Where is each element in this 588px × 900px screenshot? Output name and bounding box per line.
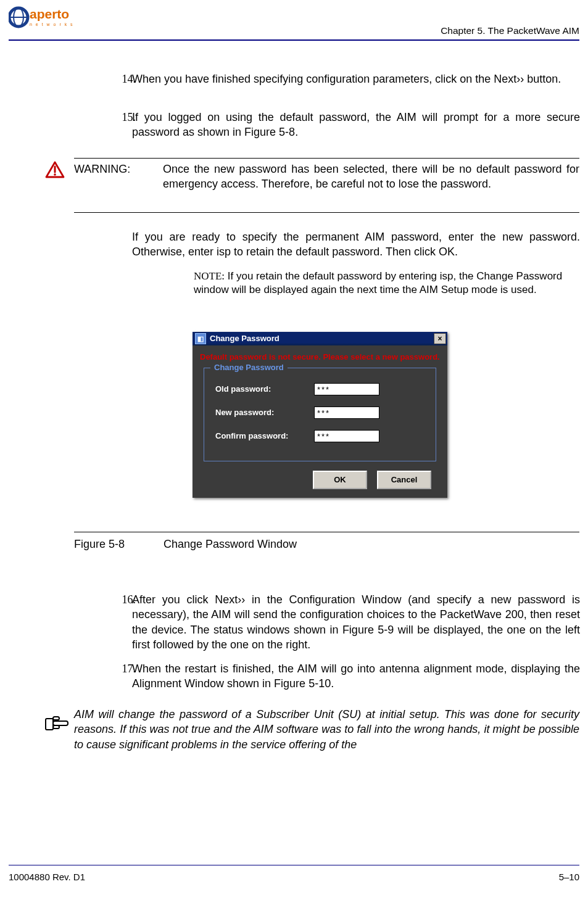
step-number-15: 15. — [99, 110, 136, 125]
logo-text-sub: n e t w o r k s — [30, 22, 74, 27]
old-password-input[interactable] — [314, 383, 379, 395]
dialog-title: Change Password — [210, 333, 280, 344]
step-number-14: 14. — [99, 72, 136, 86]
svg-rect-7 — [53, 725, 59, 729]
new-password-input[interactable] — [314, 407, 379, 419]
step-number-16: 16. — [99, 592, 136, 607]
warning-text: Once the new password has been selected,… — [163, 162, 579, 192]
chapter-title: Chapter 5. The PacketWave AIM — [441, 25, 579, 38]
figure-caption: Figure 5-8 Change Password Window — [74, 537, 297, 551]
dialog-window: ◧ Change Password × Default password is … — [193, 332, 447, 498]
confirm-password-row: Confirm password: — [215, 430, 411, 442]
confirm-password-input[interactable] — [314, 430, 379, 442]
new-password-row: New password: — [215, 407, 411, 419]
cancel-button[interactable]: Cancel — [377, 471, 431, 489]
page-header: aperto n e t w o r k s Chapter 5. The Pa… — [9, 6, 579, 38]
note-block: NOTE: If you retain the default password… — [194, 270, 579, 297]
figure-title: Change Password Window — [164, 538, 297, 550]
footer-doc-id: 10004880 Rev. D1 — [9, 871, 85, 883]
logo-text-top: aperto — [30, 7, 69, 21]
dialog-titlebar[interactable]: ◧ Change Password × — [193, 332, 447, 345]
figure-rule — [74, 532, 579, 532]
note-text: If you retain the default password by en… — [194, 270, 562, 295]
warning-bottom-rule — [74, 212, 579, 213]
svg-rect-5 — [46, 719, 53, 730]
old-password-row: Old password: — [215, 383, 411, 395]
warning-top-rule — [74, 158, 579, 159]
dialog-body: Default password is not secure. Please s… — [193, 345, 447, 498]
footer-rule — [9, 865, 579, 865]
figure-number: Figure 5-8 — [74, 537, 160, 551]
confirm-password-label: Confirm password: — [215, 431, 314, 442]
fieldset-legend: Change Password — [210, 362, 288, 373]
header-rule — [9, 39, 579, 41]
dialog-app-icon: ◧ — [195, 333, 206, 344]
old-password-label: Old password: — [215, 384, 314, 395]
svg-rect-6 — [53, 721, 68, 725]
dialog-button-row: OK Cancel — [313, 471, 431, 489]
change-password-dialog: ◧ Change Password × Default password is … — [193, 332, 447, 498]
hand-note-text: AIM will change the password of a Subscr… — [74, 707, 579, 752]
svg-rect-8 — [53, 717, 59, 720]
note-label: NOTE: — [194, 270, 225, 282]
new-password-label: New password: — [215, 407, 314, 418]
step-text-16: After you click Next›› in the Configurat… — [132, 592, 580, 652]
change-password-fieldset: Change Password Old password: New passwo… — [204, 368, 436, 461]
pointing-hand-icon — [45, 715, 71, 737]
warning-icon — [45, 161, 65, 182]
after-warning-text: If you are ready to specify the permanen… — [132, 229, 580, 260]
step-text-15: If you logged on using the default passw… — [132, 110, 580, 140]
close-icon[interactable]: × — [434, 333, 446, 344]
aperto-logo: aperto n e t w o r k s — [9, 4, 77, 33]
step-text-14: When you have finished specifying config… — [132, 72, 580, 86]
footer-page-num: 5–10 — [559, 871, 579, 883]
ok-button[interactable]: OK — [313, 471, 367, 489]
step-number-17: 17. — [99, 661, 136, 676]
svg-point-4 — [54, 173, 56, 176]
step-text-17: When the restart is finished, the AIM wi… — [132, 661, 580, 692]
warning-label: WARNING: — [74, 162, 130, 176]
